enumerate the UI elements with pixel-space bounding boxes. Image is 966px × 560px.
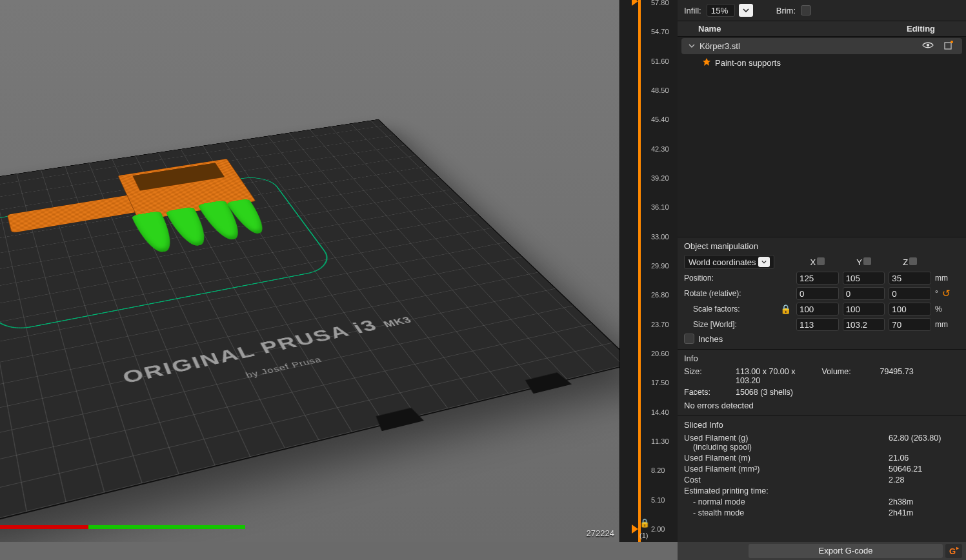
cost-value: 2.28: [889, 475, 960, 485]
axis-z-label: Z: [903, 257, 908, 267]
info-section: Info Size: 113.00 x 70.00 x 103.20 Volum…: [678, 349, 966, 415]
info-volume-key: Volume:: [822, 367, 874, 385]
object-manipulation-section: Object manipulation World coordinates X …: [678, 237, 966, 349]
position-z-input[interactable]: [889, 272, 931, 285]
ruler-tick: 33.00: [651, 233, 669, 241]
infill-dropdown-button[interactable]: [739, 4, 753, 17]
gcode-icon[interactable]: G ▸: [945, 544, 962, 558]
visibility-toggle[interactable]: [920, 41, 936, 51]
single-layer-label: (1): [639, 532, 648, 539]
ruler-tick: 48.50: [651, 86, 669, 94]
section-title: Info: [684, 354, 960, 363]
edit-icon: [943, 40, 954, 50]
mirror-y-icon[interactable]: [863, 257, 871, 265]
ruler-tick: 14.40: [651, 408, 669, 416]
ruler-tick: 51.60: [651, 57, 669, 65]
filament-m-key: Used Filament (m): [684, 454, 882, 463]
eye-icon: [922, 41, 934, 49]
object-name: Körper3.stl: [699, 41, 916, 51]
rotate-x-input[interactable]: [796, 287, 839, 300]
slider-thumb-top[interactable]: [632, 0, 638, 6]
rotate-y-input[interactable]: [843, 287, 885, 300]
scale-x-input[interactable]: [796, 303, 839, 315]
info-size-value: 113.00 x 70.00 x 103.20: [736, 367, 816, 385]
section-title: Sliced Info: [684, 420, 960, 430]
ruler-tick: 54.70: [651, 28, 669, 35]
object-tree[interactable]: Körper3.stl Paint-on supports: [678, 37, 966, 237]
object-row[interactable]: Körper3.stl: [681, 38, 962, 54]
rotate-z-input[interactable]: [889, 287, 931, 300]
quick-settings-row: Infill: Brim:: [678, 0, 966, 21]
ruler-tick: 29.90: [651, 262, 669, 270]
filament-mm3-value: 50646.21: [889, 465, 960, 474]
svg-point-2: [951, 41, 953, 43]
position-y-input[interactable]: [843, 272, 885, 285]
scale-z-input[interactable]: [889, 303, 931, 315]
normal-mode-key: - normal mode: [684, 497, 882, 506]
rotate-unit: °: [935, 289, 938, 298]
info-size-key: Size:: [684, 367, 729, 385]
scale-unit: %: [935, 305, 960, 314]
editing-toggle[interactable]: [940, 40, 957, 52]
scale-y-input[interactable]: [843, 303, 885, 315]
lock-icon[interactable]: 🔒: [639, 518, 650, 528]
chevron-down-icon: [689, 43, 695, 49]
legend-bar: [0, 525, 245, 529]
coord-header-row: World coordinates X Y Z: [684, 255, 960, 269]
side-panel: Infill: Brim: Name Editing Körper3.stl: [678, 0, 966, 542]
coord-system-select[interactable]: World coordinates: [684, 255, 774, 269]
inches-row: Inches: [684, 334, 960, 344]
size-z-input[interactable]: [889, 318, 931, 331]
print-bed[interactable]: ORIGINAL PRUSA i3 MK3 by Josef Prusa: [0, 119, 619, 534]
infill-input[interactable]: [707, 4, 735, 17]
size-y-input[interactable]: [843, 318, 885, 331]
filament-g-sub: (including spool): [684, 443, 752, 452]
normal-mode-value: 2h38m: [889, 497, 960, 506]
filament-mm3-key: Used Filament (mm³): [684, 465, 882, 474]
info-facets-value: 15068 (3 shells): [736, 388, 960, 397]
lock-scale-icon[interactable]: 🔒: [778, 304, 792, 314]
ruler-tick: 2.00: [651, 525, 665, 533]
infill-label: Infill:: [684, 6, 701, 15]
ruler-tick: 26.80: [651, 291, 669, 299]
brim-checkbox[interactable]: [801, 5, 811, 15]
bed-logo-mk: MK3: [381, 315, 414, 330]
slider-thumb-bottom[interactable]: [632, 525, 638, 534]
col-editing-header: Editing: [882, 24, 960, 34]
ruler-tick: 5.10: [651, 496, 665, 504]
ruler-tick: 23.70: [651, 321, 669, 328]
size-row: Size [World]: mm: [684, 318, 960, 331]
reset-rotation-button[interactable]: ↺: [942, 288, 951, 299]
inches-checkbox[interactable]: [684, 334, 694, 344]
scale-label: Scale factors:: [684, 305, 774, 314]
export-gcode-button[interactable]: Export G-code: [749, 544, 943, 558]
ruler-tick: 20.60: [651, 350, 669, 357]
position-unit: mm: [935, 274, 960, 283]
filament-m-value: 21.06: [889, 454, 960, 463]
ruler-tick: 8.20: [651, 466, 665, 474]
bed-logo-sub: by Josef Prusa: [245, 355, 324, 379]
mirror-z-icon[interactable]: [909, 257, 917, 265]
viewport-3d[interactable]: ORIGINAL PRUSA i3 MK3 by Josef Prusa 272…: [0, 0, 619, 542]
ruler-tick: 11.30: [651, 437, 669, 445]
svg-rect-1: [945, 43, 951, 49]
axis-x-label: X: [810, 257, 816, 267]
size-label: Size [World]:: [684, 320, 774, 329]
object-child-row[interactable]: Paint-on supports: [678, 55, 966, 70]
export-bar: Export G-code G ▸: [678, 542, 966, 560]
position-x-input[interactable]: [796, 272, 839, 285]
model-part: [7, 194, 145, 233]
cost-key: Cost: [684, 475, 882, 485]
size-x-input[interactable]: [796, 318, 839, 331]
mirror-x-icon[interactable]: [817, 257, 825, 265]
chevron-down-icon: [743, 7, 749, 14]
size-unit: mm: [935, 320, 960, 329]
ruler-tick: 45.40: [651, 115, 669, 123]
layer-slider[interactable]: 57.8054.7051.6048.5045.4042.3039.2036.10…: [619, 0, 678, 542]
info-status: No errors detected: [684, 401, 960, 410]
support-icon: [702, 57, 711, 68]
stealth-mode-key: - stealth mode: [684, 508, 882, 517]
expand-toggle[interactable]: [688, 41, 696, 51]
axis-y-label: Y: [856, 257, 862, 267]
ruler-tick: 39.20: [651, 174, 669, 182]
